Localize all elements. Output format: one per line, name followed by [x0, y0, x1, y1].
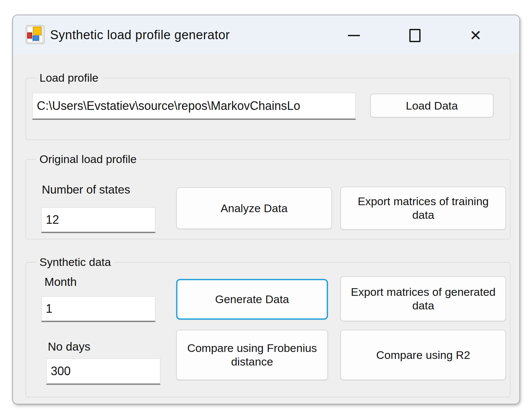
- app-window: Synthetic load profile generator ✕ Load …: [12, 15, 520, 404]
- title-bar[interactable]: Synthetic load profile generator ✕: [13, 15, 519, 55]
- original-load-profile-group: Original load profile Number of states A…: [26, 159, 510, 239]
- generate-data-button[interactable]: Generate Data: [176, 279, 328, 320]
- load-data-button[interactable]: Load Data: [370, 94, 494, 118]
- analyze-data-button[interactable]: Analyze Data: [176, 187, 332, 229]
- month-input[interactable]: [41, 296, 156, 322]
- month-label: Month: [44, 275, 77, 289]
- compare-frobenius-button-label: Compare using Frobenius distance: [181, 341, 323, 369]
- export-training-matrices-button-label: Export matrices of training data: [346, 195, 501, 222]
- load-profile-group-label: Load profile: [36, 71, 102, 84]
- client-area: Load profile Load Data Original load pro…: [13, 55, 519, 404]
- generate-data-button-label: Generate Data: [215, 293, 289, 306]
- export-generated-matrices-button-label: Export matrices of generated data: [346, 285, 501, 312]
- compare-r2-button[interactable]: Compare using R2: [340, 330, 506, 380]
- synthetic-data-group: Synthetic data Month Generate Data Expor…: [26, 262, 510, 397]
- load-profile-path-input[interactable]: [32, 93, 356, 120]
- maximize-button[interactable]: [403, 25, 427, 46]
- synthetic-data-group-label: Synthetic data: [36, 256, 114, 269]
- window-title: Synthetic load profile generator: [50, 15, 230, 55]
- load-profile-group: Load profile Load Data: [26, 78, 510, 140]
- compare-r2-button-label: Compare using R2: [376, 348, 470, 362]
- export-training-matrices-button[interactable]: Export matrices of training data: [340, 187, 506, 230]
- winforms-app-icon: [26, 25, 45, 44]
- export-generated-matrices-button[interactable]: Export matrices of generated data: [340, 276, 506, 321]
- number-of-states-input[interactable]: [41, 207, 156, 233]
- close-icon: ✕: [470, 28, 482, 43]
- compare-frobenius-button[interactable]: Compare using Frobenius distance: [176, 330, 328, 380]
- no-days-input[interactable]: [46, 358, 161, 385]
- original-load-profile-group-label: Original load profile: [36, 153, 140, 166]
- close-button[interactable]: ✕: [464, 25, 488, 46]
- maximize-icon: [409, 29, 421, 42]
- no-days-label: No days: [48, 340, 90, 353]
- minimize-icon: [348, 35, 360, 36]
- load-data-button-label: Load Data: [406, 99, 458, 113]
- number-of-states-label: Number of states: [42, 183, 130, 196]
- analyze-data-button-label: Analyze Data: [221, 202, 288, 215]
- minimize-button[interactable]: [342, 25, 366, 46]
